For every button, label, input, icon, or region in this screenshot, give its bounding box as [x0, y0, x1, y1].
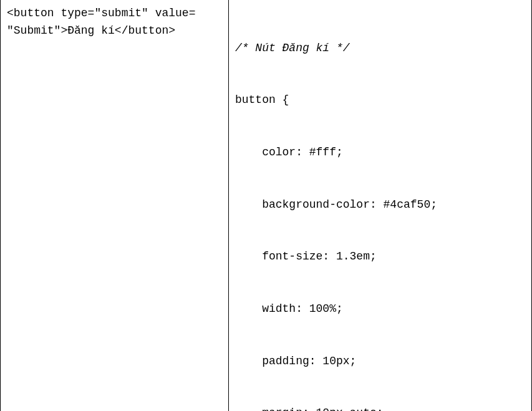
css-prop-fontsize: font-size: 1.3em;	[235, 248, 525, 266]
html-code-column: <button type="submit" value= "Submit">Đă…	[1, 0, 229, 411]
css-comment-header: /* Nút Đăng kí */	[235, 40, 525, 57]
code-table: <button type="submit" value= "Submit">Đă…	[0, 0, 532, 411]
css-prop-padding: padding: 10px;	[235, 353, 525, 370]
css-prop-bg: background-color: #4caf50;	[235, 196, 525, 214]
css-prop-color: color: #fff;	[235, 144, 525, 162]
css-prop-width: width: 100%;	[235, 301, 525, 318]
css-prop-margin: margin: 10px auto;	[235, 405, 525, 411]
css-selector-button: button {	[235, 92, 525, 109]
css-code-column: /* Nút Đăng kí */ button { color: #fff; …	[229, 0, 531, 411]
html-code-line-1: <button type="submit" value=	[7, 5, 222, 22]
html-code-line-2: "Submit">Đăng kí</button>	[7, 22, 222, 40]
